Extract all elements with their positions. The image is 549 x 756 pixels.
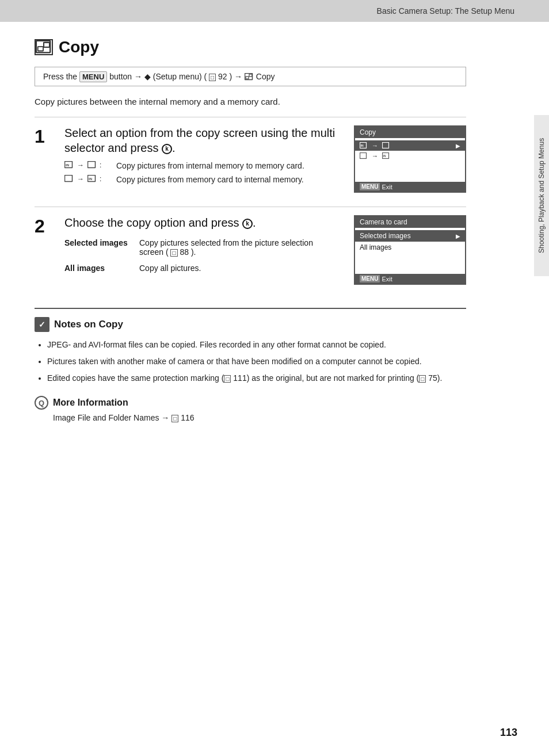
nav-suffix: ) → [229, 72, 244, 81]
menu-key: MENU [79, 71, 107, 82]
notes-list: JPEG- and AVI-format files can be copied… [35, 339, 466, 384]
step-1-option-1-desc: Copy pictures from internal memory to me… [116, 161, 304, 170]
step-2-option-1-desc: Copy pictures selected from the picture … [139, 236, 342, 259]
svg-text:IN: IN [361, 144, 364, 147]
option-icon-internal-to-card: IN → : [64, 161, 116, 169]
step-2-option-2-desc: Copy all pictures. [139, 259, 342, 275]
step-2-option-2-row: All images Copy all pictures. [64, 259, 342, 275]
more-info-title: More Information [53, 398, 128, 408]
page-title: Copy [59, 38, 99, 56]
svg-text:IN: IN [89, 177, 92, 181]
nav-middle: button → [109, 72, 144, 81]
more-info-page-ref: □ 116 [171, 413, 194, 422]
copy-screen-row-2: → IN [355, 151, 465, 161]
step-2-option-2-label: All images [64, 259, 139, 275]
nav-copy-icon [245, 72, 256, 81]
step-1-option-2-desc: Copy pictures from memory card to intern… [116, 175, 304, 184]
intro-text: Copy pictures between the internal memor… [35, 97, 466, 106]
copy-section-icon [35, 39, 53, 55]
divider-1 [35, 117, 466, 117]
step-2-content: Choose the copy option and press k. Sele… [64, 215, 342, 275]
camera-to-card-title: Camera to card [355, 216, 465, 228]
svg-rect-9 [65, 175, 73, 182]
camera-to-card-screen: Camera to card Selected images ▶ All ima… [354, 215, 466, 285]
nav-page-text: (Setup menu) ( [153, 72, 207, 81]
step-1-number: 1 [35, 127, 53, 147]
page-title-row: Copy [35, 38, 466, 56]
camera-screen-spacer-1 [355, 253, 465, 262]
copy-screen-spacer-2 [355, 170, 465, 180]
svg-rect-5 [246, 77, 249, 79]
step-1-section: 1 Select an option from the copy screen … [35, 125, 466, 193]
copy-screen-footer: MENU Exit [355, 182, 465, 192]
step-2-option-1-label: Selected images [64, 236, 139, 259]
more-info-text: Image File and Folder Names → □ 116 [35, 413, 466, 422]
step-1-ok: k [162, 144, 172, 154]
camera-screen-menu-label: MENU [360, 275, 380, 282]
step-2-option-1-row: Selected images Copy pictures selected f… [64, 236, 342, 259]
notes-title: Notes on Copy [54, 319, 123, 330]
more-info-section: Q More Information Image File and Folder… [35, 396, 466, 422]
header-title: Basic Camera Setup: The Setup Menu [377, 6, 514, 16]
step-2-title: Choose the copy option and press k. [64, 215, 342, 230]
nav-page-ref: □ 92 [209, 72, 229, 81]
copy-screen-menu-label: MENU [360, 183, 380, 190]
copy-screen: Copy IN → ▶ → IN [354, 125, 466, 193]
copy-screen-row-1: IN → ▶ [355, 140, 465, 151]
step-1-option-1: IN → : Copy pictures from internal memor… [64, 161, 342, 170]
header-bar: Basic Camera Setup: The Setup Menu [0, 0, 549, 22]
copy-screen-title: Copy [355, 127, 465, 138]
copy-screen-row-1-arrow: ▶ [456, 143, 460, 149]
step-2-ok: k [242, 219, 253, 229]
all-images-row: All images [355, 242, 465, 253]
more-info-icon: Q [35, 396, 48, 410]
svg-rect-8 [88, 162, 96, 168]
svg-rect-1 [44, 43, 49, 47]
svg-rect-15 [360, 153, 367, 159]
step-2-options-table: Selected images Copy pictures selected f… [64, 236, 342, 275]
step-1-content: Select an option from the copy screen us… [64, 125, 342, 189]
camera-to-card-footer: MENU Exit [355, 274, 465, 284]
side-label: Shooting, Playback and Setup Menus [534, 115, 549, 276]
svg-rect-4 [249, 74, 252, 77]
nav-prefix: Press the [43, 72, 79, 81]
notes-item-2: Pictures taken with another make of came… [47, 356, 466, 368]
step-1-screen: Copy IN → ▶ → IN [354, 125, 466, 193]
main-content: Copy Press the MENU button → ◆ (Setup me… [0, 22, 518, 438]
step-1-options: IN → : Copy pictures from internal memor… [64, 161, 342, 184]
camera-screen-exit-label: Exit [382, 276, 392, 282]
svg-text:IN: IN [66, 163, 69, 167]
notes-title-row: ✓ Notes on Copy [35, 317, 466, 332]
option-icon-card-to-internal: → IN : [64, 175, 116, 183]
svg-rect-14 [383, 143, 389, 148]
svg-rect-2 [38, 47, 43, 51]
camera-to-card-body: Selected images ▶ All images [355, 228, 465, 274]
nav-setup-icon: ◆ [144, 72, 151, 81]
selected-images-arrow: ▶ [456, 233, 460, 239]
notes-section: ✓ Notes on Copy JPEG- and AVI-format fil… [35, 308, 466, 384]
svg-text:IN: IN [383, 154, 386, 158]
divider-2 [35, 207, 466, 207]
step-2-number: 2 [35, 216, 53, 236]
step-1-title: Select an option from the copy screen us… [64, 125, 342, 155]
notes-item-1: JPEG- and AVI-format files can be copied… [47, 339, 466, 351]
notes-icon: ✓ [35, 317, 49, 332]
notes-item-3: Edited copies have the same protection m… [47, 372, 466, 384]
nav-box: Press the MENU button → ◆ (Setup menu) (… [35, 67, 466, 86]
camera-screen-spacer-2 [355, 262, 465, 272]
copy-screen-exit-label: Exit [382, 184, 392, 190]
selected-images-row: Selected images ▶ [355, 230, 465, 242]
nav-copy-text: Copy [256, 72, 275, 81]
page-number: 113 [500, 727, 517, 739]
copy-screen-spacer-1 [355, 161, 465, 170]
more-info-title-row: Q More Information [35, 396, 466, 410]
step-1-option-2: → IN : Copy pictures from memory card to… [64, 175, 342, 184]
step-2-option-1-ref: □ 88 [170, 247, 190, 257]
step-2-section: 2 Choose the copy option and press k. Se… [35, 215, 466, 285]
copy-screen-body: IN → ▶ → IN [355, 138, 465, 182]
step-2-screen: Camera to card Selected images ▶ All ima… [354, 215, 466, 285]
